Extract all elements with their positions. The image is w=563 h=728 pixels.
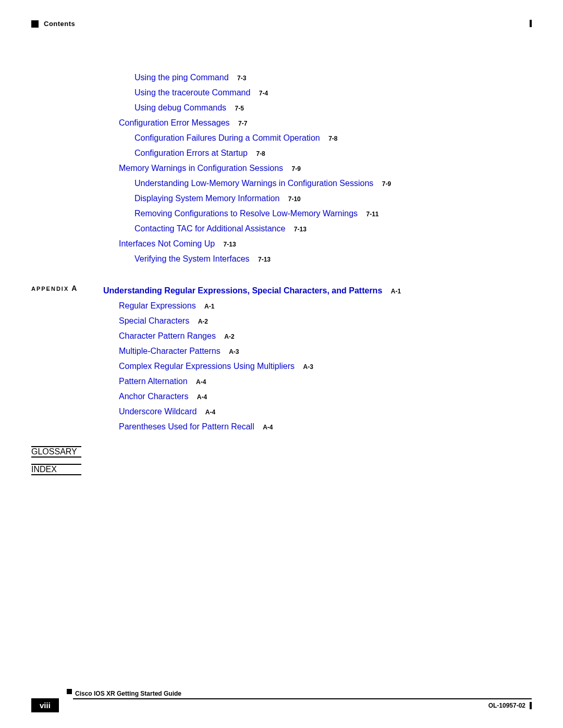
- appendix-label: APPENDIX A: [31, 285, 77, 292]
- toc-link[interactable]: Parentheses Used for Pattern Recall: [119, 422, 254, 431]
- toc-entry: Complex Regular Expressions Using Multip…: [119, 359, 532, 374]
- toc-entry: Memory Warnings in Configuration Session…: [119, 161, 532, 176]
- toc-entry: Regular Expressions A-1: [119, 299, 532, 314]
- toc-pageref: 7-8: [328, 135, 337, 142]
- toc-pageref: A-4: [263, 424, 273, 431]
- toc-pageref: 7-3: [237, 75, 246, 82]
- toc-pageref: A-4: [196, 378, 206, 386]
- toc-pageref: A-4: [205, 409, 215, 416]
- toc-content: Using the ping Command 7-3 Using the tra…: [31, 70, 532, 475]
- toc-entry: Using the traceroute Command 7-4: [134, 85, 532, 101]
- appendix-block: APPENDIX A Understanding Regular Express…: [31, 283, 532, 435]
- toc-link[interactable]: Understanding Low-Memory Warnings in Con…: [134, 179, 373, 188]
- page-number: viii: [31, 698, 59, 712]
- toc-link[interactable]: Complex Regular Expressions Using Multip…: [119, 362, 295, 371]
- toc-pageref: 7-11: [366, 211, 378, 218]
- toc-entry: Anchor Characters A-4: [119, 389, 532, 404]
- toc-link[interactable]: Contacting TAC for Additional Assistance: [134, 224, 285, 233]
- toc-link[interactable]: Underscore Wildcard: [119, 407, 197, 416]
- toc-entry: Character Pattern Ranges A-2: [119, 329, 532, 344]
- appendix-title-link[interactable]: Understanding Regular Expressions, Speci…: [103, 286, 382, 295]
- toc-pageref: 7-13: [224, 241, 236, 248]
- appendix-prefix: APPENDIX: [31, 286, 69, 292]
- appendix-title-line: Understanding Regular Expressions, Speci…: [103, 283, 532, 299]
- toc-pageref: 7-13: [258, 256, 271, 263]
- toc-link[interactable]: Memory Warnings in Configuration Session…: [119, 164, 283, 172]
- toc-link[interactable]: Anchor Characters: [119, 392, 188, 401]
- header-end-mark-icon: [530, 20, 532, 27]
- index-text: INDEX: [31, 465, 57, 474]
- toc-entry: Using the ping Command 7-3: [134, 70, 532, 85]
- toc-entry: Parentheses Used for Pattern Recall A-4: [119, 419, 532, 435]
- toc-link[interactable]: Using the traceroute Command: [134, 88, 250, 97]
- glossary-label: GLOSSARY: [31, 446, 81, 458]
- toc-pageref: A-1: [391, 288, 401, 295]
- header-bar: Contents: [31, 20, 532, 28]
- toc-pageref: A-1: [204, 303, 214, 310]
- toc-pageref: A-2: [224, 333, 234, 340]
- toc-entry: Special Characters A-2: [119, 314, 532, 329]
- toc-pageref: 7-7: [238, 120, 247, 127]
- toc-pageref: 7-4: [259, 90, 268, 97]
- toc-link[interactable]: Using debug Commands: [134, 103, 226, 112]
- toc-link[interactable]: Interfaces Not Coming Up: [119, 239, 215, 248]
- toc-link[interactable]: Verifying the System Interfaces: [134, 254, 250, 263]
- toc-link[interactable]: Configuration Errors at Startup: [134, 149, 248, 157]
- toc-entry: Configuration Error Messages 7-7: [119, 116, 532, 131]
- toc-entry: Displaying System Memory Information 7-1…: [134, 191, 532, 206]
- toc-link[interactable]: Character Pattern Ranges: [119, 331, 216, 340]
- glossary-text: GLOSSARY: [31, 447, 77, 456]
- index-label: INDEX: [31, 464, 81, 475]
- toc-link[interactable]: Regular Expressions: [119, 301, 196, 310]
- toc-entry: Contacting TAC for Additional Assistance…: [134, 221, 532, 237]
- toc-pageref: 7-5: [235, 105, 244, 112]
- footer-guide-title: Cisco IOS XR Getting Started Guide: [75, 690, 181, 697]
- toc-pageref: A-4: [197, 393, 207, 401]
- toc-link[interactable]: Configuration Error Messages: [119, 118, 230, 127]
- toc-entry: Verifying the System Interfaces 7-13: [134, 252, 532, 267]
- toc-link[interactable]: Configuration Failures During a Commit O…: [134, 133, 320, 142]
- toc-entry: Understanding Low-Memory Warnings in Con…: [134, 176, 532, 191]
- toc-pageref: A-3: [229, 348, 239, 355]
- header-title: Contents: [44, 20, 75, 28]
- toc-entry: Configuration Errors at Startup 7-8: [134, 146, 532, 161]
- toc-link[interactable]: Pattern Alternation: [119, 377, 188, 386]
- footer-doc-id: OL-10957-02: [488, 702, 525, 709]
- toc-link[interactable]: Using the ping Command: [134, 73, 229, 82]
- toc-link[interactable]: Special Characters: [119, 316, 189, 325]
- toc-entry: Removing Configurations to Resolve Low-M…: [134, 206, 532, 221]
- toc-pageref: A-2: [198, 318, 208, 325]
- toc-entry: Configuration Failures During a Commit O…: [134, 131, 532, 146]
- toc-pageref: A-3: [303, 363, 313, 371]
- toc-link[interactable]: Displaying System Memory Information: [134, 194, 279, 203]
- toc-pageref: 7-8: [256, 150, 265, 157]
- toc-entry: Using debug Commands 7-5: [134, 101, 532, 116]
- toc-pageref: 7-9: [382, 180, 391, 188]
- toc-entry: Pattern Alternation A-4: [119, 374, 532, 389]
- footer-end-mark-icon: [530, 702, 532, 709]
- toc-pageref: 7-13: [294, 226, 307, 233]
- toc-link[interactable]: Removing Configurations to Resolve Low-M…: [134, 209, 358, 218]
- toc-entry: Interfaces Not Coming Up 7-13: [119, 237, 532, 252]
- toc-entry: Multiple-Character Patterns A-3: [119, 344, 532, 359]
- footer-line: Cisco IOS XR Getting Started Guide: [31, 690, 532, 697]
- appendix-letter: A: [71, 284, 77, 292]
- toc-pageref: 7-10: [288, 195, 301, 203]
- header-square-icon: [31, 20, 39, 28]
- toc-link[interactable]: Multiple-Character Patterns: [119, 347, 221, 355]
- toc-pageref: 7-9: [292, 165, 301, 172]
- footer-bottom-line: viii OL-10957-02: [31, 698, 532, 712]
- footer: Cisco IOS XR Getting Started Guide viii …: [31, 689, 532, 712]
- toc-entry: Underscore Wildcard A-4: [119, 404, 532, 419]
- page: Contents Using the ping Command 7-3 Usin…: [0, 0, 563, 728]
